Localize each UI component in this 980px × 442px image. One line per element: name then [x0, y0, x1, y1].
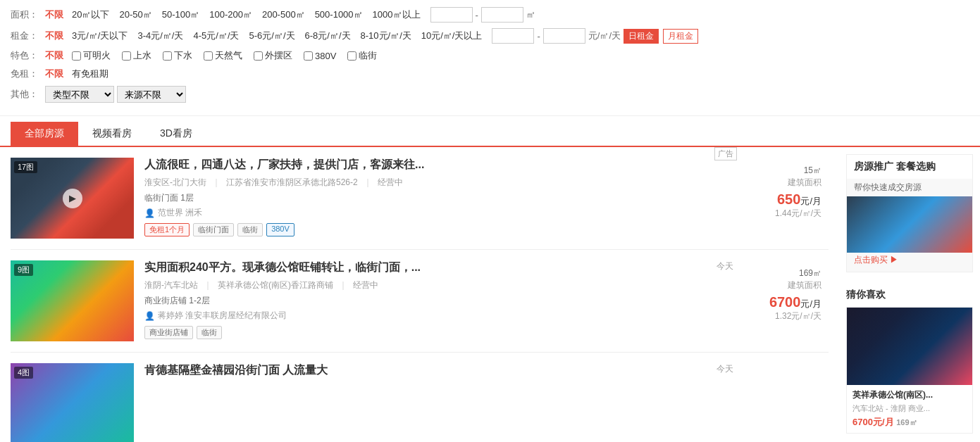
rent-max-input[interactable] — [543, 28, 585, 44]
free-active[interactable]: 不限 — [45, 68, 63, 80]
area-sep: - — [476, 10, 478, 20]
agent-icon-2: 👤 — [144, 311, 155, 321]
rent-opt-1[interactable]: 3-4元/㎡/天 — [137, 30, 183, 42]
monthly-rent-button[interactable]: 月租金 — [663, 29, 698, 44]
area-opt-2[interactable]: 50-100㎡ — [162, 8, 199, 21]
rent-opt-2[interactable]: 4-5元/㎡/天 — [193, 30, 239, 42]
rent-sep: - — [537, 31, 540, 42]
rent-label: 租金： — [11, 30, 38, 42]
listing-image-1[interactable]: 17图 ▶ — [11, 158, 134, 239]
rent-min-input[interactable] — [492, 28, 534, 44]
feature-tianranqi[interactable]: 天然气 — [204, 49, 242, 62]
listing-info-1: 人流很旺，四通八达，厂家扶持，提供门店，客源来往... 淮安区-北门大街 ｜ 江… — [134, 158, 737, 239]
feature-waibaiqu[interactable]: 外摆区 — [254, 49, 292, 62]
tab-video[interactable]: 视频看房 — [78, 122, 146, 146]
content-area: 17图 ▶ 人流很旺，四通八达，厂家扶持，提供门店，客源来往... 淮安区-北门… — [0, 147, 980, 442]
daily-rent-button[interactable]: 日租金 — [624, 29, 659, 44]
district-2: 淮阴-汽车北站 — [144, 279, 198, 291]
address-1: 江苏省淮安市淮阴区承德北路526-2 — [226, 177, 358, 189]
area-active[interactable]: 不限 — [45, 8, 63, 21]
area-label-2: 建筑面积 — [788, 280, 821, 290]
recommend-price-unit: 元/月 — [873, 417, 894, 427]
free-value[interactable]: 有免租期 — [72, 68, 108, 80]
area-opt-0[interactable]: 20㎡以下 — [72, 8, 109, 21]
rent-opt-3[interactable]: 5-6元/㎡/天 — [249, 30, 295, 42]
area-opt-6[interactable]: 1000㎡以上 — [373, 8, 421, 21]
listing-price-2: 169㎡建筑面积 6700元/月 1.32元/㎡/天 — [737, 260, 829, 341]
listing-tags-2: 商业街店铺 临街 — [144, 326, 726, 339]
listing-item-2: 9图 实用面积240平方。现承德公馆旺铺转让，临街门面，... 淮阴-汽车北站 … — [11, 250, 829, 353]
area-opt-3[interactable]: 100-200㎡ — [209, 8, 252, 21]
feature-huoming[interactable]: 可明火 — [72, 49, 111, 62]
promo-link[interactable]: 点击购买 ▶ — [847, 253, 972, 272]
listing-title-2[interactable]: 实用面积240平方。现承德公馆旺铺转让，临街门面，... — [144, 260, 726, 275]
price-main-1: 650元/月 — [744, 191, 821, 208]
listing-price-1: 15㎡建筑面积 650元/月 1.44元/㎡/天 — [737, 158, 829, 239]
type-select[interactable]: 类型不限 — [45, 86, 114, 103]
listing-title-1[interactable]: 人流很旺，四通八达，厂家扶持，提供门店，客源来往... — [144, 158, 726, 172]
listing-agent-2: 👤 蒋婷婷 淮安丰联房屋经纪有限公司 — [144, 310, 726, 322]
feature-linjie[interactable]: 临街 — [347, 49, 377, 62]
area-opt-5[interactable]: 500-1000㎡ — [315, 8, 363, 21]
feature-shangshui[interactable]: 上水 — [122, 49, 151, 62]
status-2: 经营中 — [353, 279, 378, 291]
play-button-1[interactable]: ▶ — [63, 189, 82, 208]
promo-sub: 帮你快速成交房源 — [847, 179, 972, 196]
recommend-item[interactable]: 英祥承德公馆(南区)... 汽车北站 - 淮阴 商业... 6700元/月 16… — [846, 307, 973, 434]
img-count-2: 9图 — [14, 264, 33, 276]
img-count-3: 4图 — [14, 367, 33, 379]
area-max-input[interactable] — [481, 7, 523, 23]
listing-image-3[interactable]: 4图 — [11, 363, 134, 442]
area-min-input[interactable] — [430, 7, 473, 23]
recommend-meta: 汽车北站 - 淮阴 商业... — [852, 403, 967, 414]
listing-tags-1: 免租1个月 临街门面 临街 380V — [144, 223, 726, 236]
listing-list: 17图 ▶ 人流很旺，四通八达，厂家扶持，提供门店，客源来往... 淮安区-北门… — [0, 147, 839, 442]
listing-type-1: 临街门面 1层 — [144, 192, 726, 204]
free-filter-row: 免租： 不限 有免租期 — [11, 68, 969, 80]
area-label: 面积： — [11, 8, 38, 21]
area-label-1: 建筑面积 — [788, 177, 821, 187]
tag-linjie-mianmian: 临街门面 — [193, 223, 234, 236]
today-badge-3: 今天 — [717, 363, 733, 375]
other-filter-row: 其他： 类型不限 来源不限 — [11, 86, 969, 103]
status-1: 经营中 — [378, 177, 403, 189]
rent-opt-0[interactable]: 3元/㎡/天以下 — [72, 30, 128, 42]
tab-all[interactable]: 全部房源 — [11, 122, 78, 146]
area-filter-row: 面积： 不限 20㎡以下 20-50㎡ 50-100㎡ 100-200㎡ 200… — [11, 7, 969, 23]
listing-item-3: 4图 肯德基隔壁金禧园沿街门面 人流量大 今天 — [11, 353, 829, 442]
tab-3d[interactable]: 3D看房 — [146, 122, 206, 146]
rent-opt-5[interactable]: 8-10元/㎡/天 — [361, 30, 411, 42]
free-label: 免租： — [11, 68, 38, 80]
price-per-2: 1.32元/㎡/天 — [744, 310, 821, 322]
listing-type-2: 商业街店铺 1-2层 — [144, 295, 726, 307]
source-select[interactable]: 来源不限 — [117, 86, 186, 103]
recommend-name: 英祥承德公馆(南区)... — [852, 389, 967, 401]
recommend-thumbnail — [847, 308, 972, 385]
feature-filter-row: 特色： 不限 可明火 上水 下水 天然气 外摆区 380V 临街 — [11, 49, 969, 62]
rent-active[interactable]: 不限 — [45, 30, 63, 42]
sidebar-promo: 房源推广 套餐选购 帮你快速成交房源 点击购买 ▶ — [846, 154, 973, 272]
feature-xiashui[interactable]: 下水 — [163, 49, 192, 62]
area-opt-1[interactable]: 20-50㎡ — [119, 8, 151, 21]
rent-opt-6[interactable]: 10元/㎡/天以上 — [421, 30, 483, 42]
agent-name-2: 蒋婷婷 淮安丰联房屋经纪有限公司 — [158, 310, 287, 322]
recommend-area: 169㎡ — [896, 418, 917, 427]
listing-info-2: 实用面积240平方。现承德公馆旺铺转让，临街门面，... 淮阴-汽车北站 ｜ 英… — [134, 260, 737, 341]
recommend-title: 猜你喜欢 — [846, 283, 973, 307]
feature-380v[interactable]: 380V — [304, 51, 336, 61]
sidebar: 房源推广 套餐选购 帮你快速成交房源 点击购买 ▶ 猜你喜欢 英祥承德公馆(南区… — [839, 147, 980, 442]
rent-unit: 元/㎡/天 — [588, 30, 621, 42]
rent-opt-4[interactable]: 6-8元/㎡/天 — [305, 30, 351, 42]
agent-icon-1: 👤 — [144, 208, 155, 218]
listing-image-2[interactable]: 9图 — [11, 260, 134, 341]
recommend-info: 英祥承德公馆(南区)... 汽车北站 - 淮阴 商业... 6700元/月 16… — [847, 385, 972, 433]
price-main-2: 6700元/月 — [744, 294, 821, 310]
tag-linjie-2: 临街 — [197, 326, 222, 339]
tag-commercial-2: 商业街店铺 — [144, 326, 193, 339]
area-opt-4[interactable]: 200-500㎡ — [262, 8, 305, 21]
tag-380v-1: 380V — [266, 223, 294, 236]
sidebar-recommend: 猜你喜欢 英祥承德公馆(南区)... 汽车北站 - 淮阴 商业... 6700元… — [846, 283, 973, 434]
feature-active[interactable]: 不限 — [45, 49, 63, 62]
price-area-2: 169㎡建筑面积 — [744, 267, 821, 291]
rent-input-group: - 元/㎡/天 日租金 月租金 — [492, 28, 700, 44]
